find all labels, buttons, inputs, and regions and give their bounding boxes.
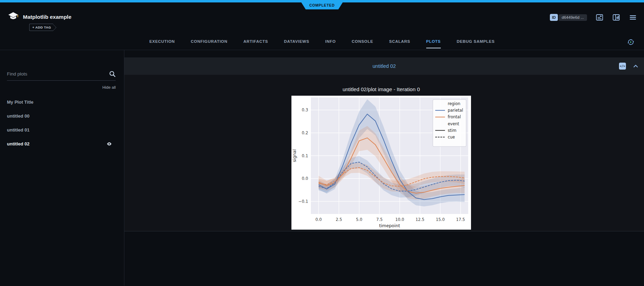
tab-dataviews[interactable]: DATAVIEWS	[284, 39, 309, 48]
svg-text:cue: cue	[448, 135, 455, 140]
svg-text:0.0: 0.0	[315, 217, 322, 222]
id-chip: ID	[550, 14, 558, 21]
compare-panel-icon[interactable]	[612, 13, 620, 22]
status-badge: COMPLETED	[300, 0, 344, 9]
plot-list: My Plot Titleuntitled 00untitled 01untit…	[0, 95, 124, 151]
eye-visibility-icon[interactable]	[106, 141, 112, 147]
plot-section-title: untitled 02	[373, 63, 396, 69]
svg-text:2.5: 2.5	[336, 217, 342, 222]
plot-section-header: untitled 02 </>	[124, 57, 644, 75]
search-row	[7, 71, 116, 81]
svg-text:0.2: 0.2	[302, 130, 308, 135]
svg-text:−0.1: −0.1	[298, 199, 308, 204]
tab-execution[interactable]: EXECUTION	[149, 39, 175, 48]
tabs: EXECUTIONCONFIGURATIONARTIFACTSDATAVIEWS…	[0, 34, 644, 48]
svg-text:stim: stim	[448, 128, 456, 133]
plot-list-item[interactable]: My Plot Title	[0, 95, 124, 109]
svg-text:15.0: 15.0	[436, 217, 445, 222]
tab-scalars[interactable]: SCALARS	[389, 39, 410, 48]
search-icon[interactable]	[109, 71, 116, 77]
search-input[interactable]	[7, 71, 104, 77]
svg-text:0.3: 0.3	[302, 108, 308, 112]
tab-plots[interactable]: PLOTS	[426, 39, 441, 48]
tab-info[interactable]: INFO	[325, 39, 336, 48]
figure[interactable]: 0.02.55.07.510.012.515.017.5−0.10.00.10.…	[291, 96, 471, 231]
svg-text:0.1: 0.1	[302, 153, 308, 158]
embed-code-icon[interactable]: </>	[619, 63, 626, 70]
plot-list-item[interactable]: untitled 00	[0, 109, 124, 123]
tab-console[interactable]: CONSOLE	[352, 39, 373, 48]
svg-text:5.0: 5.0	[356, 217, 362, 222]
experiment-id-group: ID d6449e6d ...	[550, 14, 587, 21]
add-tag-button[interactable]: + ADD TAG	[29, 24, 53, 31]
chevron-up-icon[interactable]	[633, 63, 638, 69]
plot-list-item[interactable]: untitled 02	[0, 137, 124, 151]
hide-all-link[interactable]: Hide all	[0, 85, 116, 89]
svg-text:region: region	[448, 101, 460, 106]
menu-icon[interactable]	[629, 13, 637, 22]
svg-text:parietal: parietal	[448, 108, 463, 113]
tab-configuration[interactable]: CONFIGURATION	[191, 39, 227, 48]
svg-text:frontal: frontal	[448, 114, 461, 119]
tab-artifacts[interactable]: ARTIFACTS	[243, 39, 268, 48]
status-badge-label: COMPLETED	[309, 3, 335, 7]
svg-text:12.5: 12.5	[415, 217, 424, 222]
details-icon[interactable]	[595, 13, 604, 22]
svg-text:signal: signal	[292, 149, 297, 162]
plots-main: untitled 02 </> untitled 02/plot image -…	[124, 50, 644, 286]
experiment-logo-icon	[8, 11, 19, 22]
plot-item-label: My Plot Title	[7, 100, 33, 105]
plot-item-label: untitled 01	[7, 127, 30, 133]
svg-text:10.0: 10.0	[395, 217, 404, 222]
svg-text:17.5: 17.5	[456, 217, 465, 222]
experiment-title: Matplotlib example	[23, 14, 72, 20]
plot-image-title: untitled 02/plot image - Iteration 0	[291, 86, 471, 93]
tab-bar: EXECUTIONCONFIGURATIONARTIFACTSDATAVIEWS…	[0, 34, 644, 50]
auto-refresh-icon[interactable]	[627, 38, 635, 46]
plot-card: untitled 02/plot image - Iteration 0 0.0…	[124, 75, 644, 231]
plot-item-label: untitled 00	[7, 113, 30, 119]
svg-text:timepoint: timepoint	[379, 223, 400, 228]
svg-text:0.0: 0.0	[302, 176, 308, 181]
id-value[interactable]: d6449e6d ...	[559, 14, 587, 21]
tab-debug-samples[interactable]: DEBUG SAMPLES	[457, 39, 495, 48]
plot-list-item[interactable]: untitled 01	[0, 123, 124, 137]
plot-item-label: untitled 02	[7, 141, 30, 146]
svg-text:7.5: 7.5	[376, 217, 382, 222]
svg-text:event: event	[448, 121, 459, 126]
plots-sidebar: Hide all My Plot Titleuntitled 00untitle…	[0, 50, 124, 286]
